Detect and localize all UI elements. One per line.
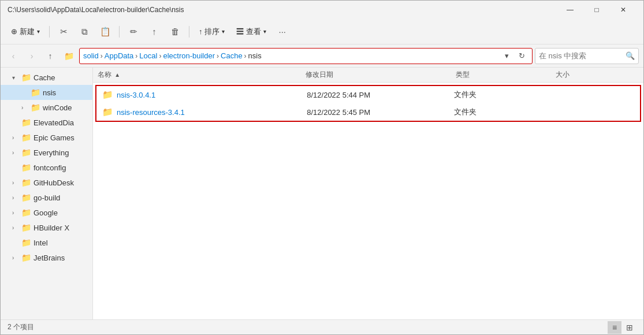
sidebar-item-label: Epic Games — [33, 133, 75, 142]
main-content: ▾ 📁 Cache 📁 nsis › 📁 winCode 📁 ElevatedD… — [1, 68, 643, 319]
delete-button[interactable]: 🗑 — [166, 23, 184, 41]
sidebar-item-elevateddia[interactable]: 📁 ElevatedDia — [1, 115, 92, 130]
up-button[interactable]: ↑ — [42, 48, 58, 64]
window-controls: — □ ✕ — [557, 1, 636, 19]
toolbar: ⊕ 新建 ▾ ✂ ⧉ 📋 ✏ ↑ 🗑 ↑ 排序 ▾ ☰ 查看 ▾ ··· — [1, 19, 643, 44]
grid-view-icon: ⊞ — [626, 323, 633, 332]
folder-icon: 📁 — [102, 90, 113, 100]
breadcrumb-cache[interactable]: Cache — [221, 51, 243, 60]
search-icon: 🔍 — [626, 51, 635, 60]
chevron-right-icon: › — [12, 135, 19, 141]
sidebar-item-google[interactable]: › 📁 Google — [1, 205, 92, 220]
sidebar-item-intel[interactable]: 📁 Intel — [1, 235, 92, 250]
share-button[interactable]: ↑ — [145, 23, 163, 41]
more-button[interactable]: ··· — [273, 23, 292, 41]
title-bar: C:\Users\solid\AppData\Local\electron-bu… — [1, 1, 643, 19]
sidebar-item-label: nsis — [43, 88, 56, 97]
folder-icon: 📁 — [102, 107, 113, 117]
folder-icon: 📁 — [21, 163, 31, 172]
back-button[interactable]: ‹ — [5, 48, 21, 64]
grid-view-button[interactable]: ⊞ — [623, 321, 636, 334]
sidebar-item-epicgames[interactable]: › 📁 Epic Games — [1, 130, 92, 145]
breadcrumb-electron-builder[interactable]: electron-builder — [163, 51, 215, 60]
sidebar-item-wincode[interactable]: › 📁 winCode — [1, 100, 92, 115]
separator-1 — [49, 26, 50, 38]
sidebar-item-label: ElevatedDia — [33, 118, 74, 127]
sidebar-item-cache[interactable]: ▾ 📁 Cache — [1, 70, 92, 85]
close-button[interactable]: ✕ — [610, 1, 636, 19]
sidebar-item-label: Cache — [33, 73, 55, 82]
folder-icon-button[interactable]: 📁 — [61, 48, 77, 64]
title-path: C:\Users\solid\AppData\Local\electron-bu… — [8, 6, 184, 14]
view-button[interactable]: ☰ 查看 ▾ — [232, 24, 271, 40]
search-box[interactable]: 🔍 — [535, 48, 639, 64]
file-type: 文件夹 — [454, 90, 552, 100]
paste-icon: 📋 — [100, 27, 111, 37]
sidebar-item-hbuilderx[interactable]: › 📁 HBuilder X — [1, 220, 92, 235]
folder-icon: 📁 — [21, 118, 31, 127]
folder-icon: 📁 — [21, 223, 31, 232]
folder-icon: 📁 — [21, 73, 31, 82]
breadcrumb-solid[interactable]: solid — [83, 51, 99, 60]
file-date: 8/12/2022 5:44 PM — [307, 91, 454, 99]
maximize-button[interactable]: □ — [583, 1, 610, 19]
copy-button[interactable]: ⧉ — [75, 23, 94, 41]
minimize-button[interactable]: — — [557, 1, 583, 19]
address-dropdown-icon[interactable]: ▾ — [501, 49, 512, 64]
column-size[interactable]: 大小 — [556, 70, 639, 80]
table-row[interactable]: 📁 nsis-resources-3.4.1 8/12/2022 5:45 PM… — [96, 103, 640, 121]
sidebar-item-fontconfig[interactable]: 📁 fontconfig — [1, 160, 92, 175]
list-view-button[interactable]: ≡ — [608, 321, 621, 334]
new-label: 新建 — [20, 27, 35, 37]
share-icon: ↑ — [152, 27, 157, 36]
sidebar-item-label: HBuilder X — [33, 224, 69, 232]
folder-icon: 📁 — [21, 253, 31, 262]
table-row[interactable]: 📁 nsis-3.0.4.1 8/12/2022 5:44 PM 文件夹 — [96, 86, 640, 103]
column-date[interactable]: 修改日期 — [306, 70, 455, 80]
new-button[interactable]: ⊕ 新建 ▾ — [6, 24, 44, 40]
rename-icon: ✏ — [130, 27, 137, 37]
folder-icon: 📁 — [21, 148, 31, 157]
sidebar-item-label: JetBrains — [33, 254, 65, 262]
sidebar-item-label: fontconfig — [33, 163, 66, 172]
paste-button[interactable]: 📋 — [96, 23, 114, 41]
column-name[interactable]: 名称 ▲ — [98, 70, 306, 80]
search-input[interactable] — [539, 51, 623, 60]
sort-button[interactable]: ↑ 排序 ▾ — [194, 24, 229, 40]
chevron-right-icon: › — [12, 255, 19, 261]
chevron-right-icon: › — [12, 225, 19, 231]
folder-icon: 📁 — [21, 178, 31, 187]
sidebar: ▾ 📁 Cache 📁 nsis › 📁 winCode 📁 ElevatedD… — [1, 68, 93, 319]
refresh-icon[interactable]: ↻ — [515, 49, 528, 64]
sort-chevron-icon: ▾ — [222, 28, 225, 35]
forward-button[interactable]: › — [24, 48, 40, 64]
address-bar[interactable]: solid › AppData › Local › electron-build… — [79, 48, 533, 64]
sort-arrow-icon: ▲ — [114, 72, 120, 78]
view-toggle: ≡ ⊞ — [608, 321, 636, 334]
chevron-right-icon: › — [12, 195, 19, 201]
file-type: 文件夹 — [454, 107, 552, 117]
chevron-down-icon: ▾ — [12, 75, 19, 81]
sidebar-item-nsis[interactable]: 📁 nsis — [1, 85, 92, 100]
breadcrumb-local[interactable]: Local — [139, 51, 157, 60]
folder-icon: 📁 — [21, 193, 31, 202]
chevron-right-icon: › — [21, 105, 28, 111]
file-list-header: 名称 ▲ 修改日期 类型 大小 — [93, 68, 643, 83]
file-date: 8/12/2022 5:45 PM — [307, 108, 454, 117]
nav-bar: ‹ › ↑ 📁 solid › AppData › Local › electr… — [1, 44, 643, 68]
file-name: nsis-resources-3.4.1 — [117, 108, 185, 117]
cut-button[interactable]: ✂ — [54, 23, 73, 41]
column-type[interactable]: 类型 — [456, 70, 556, 80]
chevron-right-icon: › — [12, 210, 19, 216]
breadcrumb-appdata[interactable]: AppData — [105, 51, 134, 60]
sidebar-item-label: Everything — [33, 148, 69, 157]
sidebar-item-githubdesk[interactable]: › 📁 GitHubDesk — [1, 175, 92, 190]
sidebar-item-everything[interactable]: › 📁 Everything — [1, 145, 92, 160]
sidebar-item-jetbrains[interactable]: › 📁 JetBrains — [1, 250, 92, 265]
file-name-cell: 📁 nsis-3.0.4.1 — [102, 90, 307, 100]
sidebar-item-go-build[interactable]: › 📁 go-build — [1, 190, 92, 205]
sort-label: ↑ 排序 — [199, 27, 219, 37]
folder-icon: 📁 — [21, 238, 31, 247]
rename-button[interactable]: ✏ — [124, 23, 143, 41]
status-count: 2 个项目 — [8, 322, 34, 332]
